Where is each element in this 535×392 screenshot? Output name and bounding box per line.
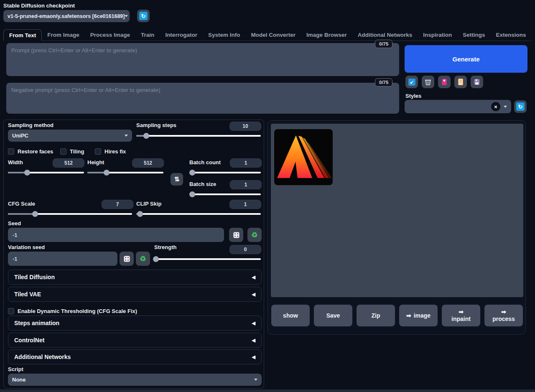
recycle-icon: ♻ (140, 255, 146, 263)
tab-train[interactable]: Train (135, 29, 160, 41)
strength-label: Strength (154, 244, 176, 250)
dynamic-thresholding-checkbox[interactable]: Enable Dynamic Thresholding (CFG Scale F… (8, 308, 137, 314)
tiling-checkbox[interactable]: Tiling (60, 148, 84, 155)
tab-process-image[interactable]: Process Image (85, 29, 135, 41)
tab-additional-networks[interactable]: Additional Networks (352, 29, 418, 41)
script-value: None (12, 377, 26, 383)
chevron-down-icon (125, 135, 128, 137)
height-slider[interactable] (87, 170, 163, 176)
tab-interrogator[interactable]: Interrogator (160, 29, 203, 41)
styles-label: Styles (405, 93, 421, 99)
variation-seed-label: Variation seed (8, 244, 45, 250)
refresh-icon: ↻ (139, 12, 148, 20)
cfg-scale-value[interactable]: 7 (102, 200, 133, 209)
reuse-variation-seed-button[interactable]: ♻ (136, 252, 150, 266)
accordion-controlnet[interactable]: ControlNet ◀ (8, 333, 262, 348)
sampling-method-value: UniPC (12, 132, 28, 139)
dice-icon (233, 232, 240, 239)
tab-system-info[interactable]: System Info (203, 29, 246, 41)
accordion-arrow-icon: ◀ (252, 275, 255, 280)
batch-count-slider[interactable] (189, 170, 261, 176)
tab-inspiration[interactable]: Inspiration (418, 29, 457, 41)
accordion-steps-animation[interactable]: Steps animation ◀ (8, 316, 262, 331)
hires-fix-checkbox[interactable]: Hires fix (95, 148, 126, 155)
generated-image-thumbnail[interactable] (274, 129, 333, 185)
footer-strip (0, 389, 535, 392)
send-to-process-button[interactable]: ➡ process (484, 305, 523, 326)
styles-refresh-button[interactable]: ↻ (514, 100, 527, 113)
save-button[interactable]: Save (314, 305, 352, 326)
batch-count-label: Batch count (189, 159, 221, 165)
checkpoint-value: v1-5-pruned-emaonly.safetensors [6ce0161… (8, 13, 125, 19)
checkpoint-refresh-button[interactable]: ↻ (137, 10, 150, 22)
strength-value[interactable]: 0 (229, 245, 261, 254)
batch-size-slider[interactable] (189, 191, 261, 197)
tab-from-image[interactable]: From Image (42, 29, 85, 41)
save-style-button[interactable] (471, 76, 483, 88)
tab-from-text[interactable]: From Text (3, 29, 42, 41)
extra-networks-button[interactable] (438, 76, 451, 88)
checkpoint-dropdown[interactable]: v1-5-pruned-emaonly.safetensors [6ce0161… (3, 10, 130, 22)
paste-parameters-button[interactable]: ↙ (405, 76, 418, 88)
paste-icon: ↙ (408, 79, 415, 86)
checkbox-icon[interactable] (60, 148, 66, 155)
width-value[interactable]: 512 (53, 158, 84, 168)
batch-size-value[interactable]: 1 (230, 180, 262, 189)
reuse-seed-button[interactable]: ♻ (247, 228, 262, 242)
accordion-label: Tiled VAE (14, 291, 41, 298)
tiling-label: Tiling (70, 148, 84, 155)
send-to-inpaint-button[interactable]: ➡ inpaint (442, 305, 480, 326)
tab-image-browser[interactable]: Image Browser (301, 29, 352, 41)
random-variation-seed-button[interactable] (120, 252, 134, 266)
seed-input[interactable]: -1 (8, 228, 224, 242)
cfg-scale-slider[interactable] (8, 211, 132, 217)
sampling-steps-slider[interactable] (136, 133, 261, 139)
random-seed-button[interactable] (229, 228, 243, 242)
accordion-tiled-vae[interactable]: Tiled VAE ◀ (8, 287, 262, 302)
prompt-input[interactable] (6, 43, 399, 76)
cfg-scale-label: CFG Scale (8, 201, 35, 207)
checkbox-icon[interactable] (8, 308, 14, 314)
tab-model-converter[interactable]: Model Converter (245, 29, 301, 41)
seed-value: -1 (13, 232, 18, 238)
output-panel: show Save Zip ➡image ➡ inpaint ➡ process (268, 120, 526, 335)
variation-seed-input[interactable]: -1 (8, 252, 117, 266)
negative-prompt-input[interactable] (6, 83, 399, 114)
script-dropdown[interactable]: None (8, 374, 262, 386)
tab-settings[interactable]: Settings (457, 29, 490, 41)
clip-skip-value[interactable]: 1 (229, 200, 261, 209)
apply-style-button[interactable] (454, 76, 467, 88)
checkbox-icon[interactable] (95, 148, 101, 155)
styles-dropdown[interactable]: × (405, 100, 511, 113)
clear-prompt-button[interactable] (422, 76, 434, 88)
app-root: Stable Diffusion checkpoint v1-5-pruned-… (0, 0, 535, 392)
restore-faces-checkbox[interactable]: Restore faces (8, 148, 53, 155)
accordion-arrow-icon: ◀ (252, 338, 255, 343)
button-label: Zip (372, 312, 380, 319)
swap-dimensions-button[interactable]: ⇅ (171, 173, 183, 186)
checkbox-icon[interactable] (8, 148, 14, 155)
accordion-additional-networks[interactable]: Additional Networks ◀ (8, 349, 262, 364)
batch-count-value[interactable]: 1 (230, 158, 262, 168)
button-label: image (414, 312, 431, 319)
arrow-right-icon: ➡ (406, 312, 411, 319)
accordion-arrow-icon: ◀ (252, 292, 255, 297)
accordion-arrow-icon: ◀ (252, 321, 255, 326)
width-slider[interactable] (8, 170, 84, 176)
accordion-label: Additional Networks (14, 354, 71, 360)
strength-slider[interactable] (154, 256, 261, 262)
negative-prompt-container (6, 83, 399, 114)
sampling-method-dropdown[interactable]: UniPC (8, 130, 132, 142)
generate-button[interactable]: Generate (405, 45, 527, 73)
height-value[interactable]: 512 (132, 158, 164, 168)
accordion-tiled-diffusion[interactable]: Tiled Diffusion ◀ (8, 270, 262, 285)
tab-extensions[interactable]: Extensions (491, 29, 532, 41)
zip-button[interactable]: Zip (357, 305, 395, 326)
clip-skip-slider[interactable] (136, 211, 261, 217)
sampling-steps-value[interactable]: 10 (229, 122, 261, 131)
clear-styles-icon[interactable]: × (491, 102, 500, 111)
chevron-down-icon (254, 379, 257, 381)
show-button[interactable]: show (271, 305, 310, 326)
sampling-method-label: Sampling method (8, 122, 54, 128)
send-to-image-button[interactable]: ➡image (399, 305, 438, 326)
